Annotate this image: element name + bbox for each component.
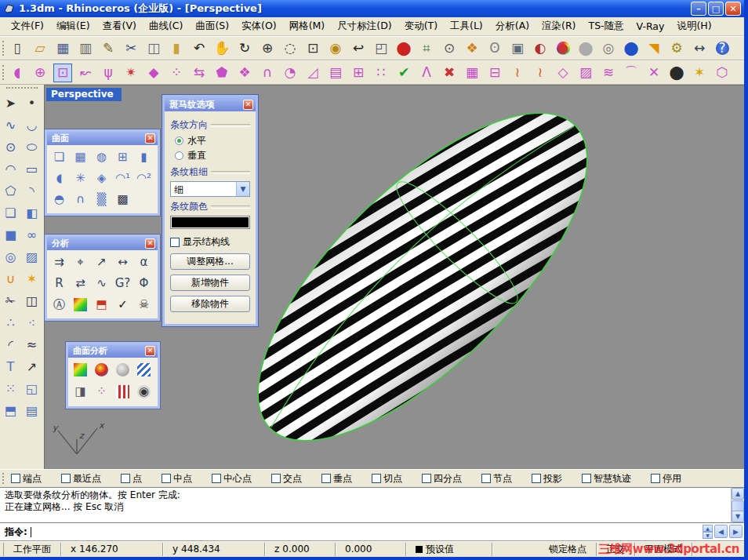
- srf-bend-button[interactable]: ◖: [49, 169, 69, 188]
- menu-transform[interactable]: 变动(T): [398, 18, 444, 35]
- menu-analyze[interactable]: 分析(A): [489, 18, 536, 35]
- next-command-icon[interactable]: ▶: [729, 525, 743, 538]
- export-notes-button[interactable]: ✎: [99, 39, 118, 58]
- show-isocurves-option[interactable]: 显示结构线: [170, 235, 250, 249]
- zebra-dialog-titlebar[interactable]: 斑马纹选项 ✕: [165, 97, 256, 111]
- paste-button[interactable]: ▮: [167, 39, 186, 58]
- osnap-project-checkbox[interactable]: [532, 474, 541, 483]
- help-button[interactable]: ?: [713, 39, 732, 58]
- zoom-in-button[interactable]: ⊕: [258, 39, 277, 58]
- fillet-curve-button[interactable]: ◜: [2, 336, 20, 355]
- copy-objects-button[interactable]: ◱: [23, 380, 42, 398]
- menu-tools[interactable]: 工具(L): [444, 18, 489, 35]
- add-objects-button[interactable]: 新增物件: [170, 275, 250, 291]
- render-preview-car-button[interactable]: ⬤: [394, 39, 413, 58]
- osnap-point[interactable]: 点: [121, 472, 142, 485]
- zoom-window-button[interactable]: ⊡: [303, 39, 322, 58]
- ts-bridge-button[interactable]: ⌒: [622, 64, 641, 82]
- ts-hex-node-button[interactable]: ⬡: [713, 64, 732, 82]
- offset-curve-button[interactable]: ≈: [23, 336, 42, 355]
- ts-flip-sheet-button[interactable]: ◇: [554, 64, 572, 82]
- point-button[interactable]: •: [23, 94, 42, 113]
- command-scrollbar[interactable]: ▲ ▼: [731, 488, 744, 522]
- ts-box-point-button[interactable]: ◆: [144, 64, 163, 82]
- menu-render[interactable]: 渲染(R): [536, 18, 582, 35]
- surface-panel-close-button[interactable]: ✕: [145, 133, 155, 144]
- measure-radius-button[interactable]: R: [49, 274, 69, 293]
- osnap-smarttrack-checkbox[interactable]: [582, 474, 591, 483]
- patch-surface-button[interactable]: ▨: [23, 248, 42, 267]
- layer-preset[interactable]: 预设值: [406, 543, 492, 556]
- area-analysis-button[interactable]: Ⓐ: [49, 295, 69, 315]
- undo-view-button[interactable]: ↩: [349, 39, 368, 58]
- uv-points-button[interactable]: ⁘: [92, 382, 111, 402]
- measure-angle-button[interactable]: α: [134, 253, 154, 272]
- srf-peel-button[interactable]: ◓: [49, 190, 69, 209]
- ts-convert-button[interactable]: ⇆: [190, 64, 209, 82]
- spheres-button[interactable]: ∞: [23, 226, 42, 245]
- environment-sphere-button[interactable]: [113, 360, 133, 380]
- ts-control-points-button[interactable]: ∷: [372, 64, 390, 82]
- move-button[interactable]: ↗: [23, 358, 42, 376]
- red-stripe-roll-button[interactable]: [113, 382, 133, 402]
- osnap-smarttrack[interactable]: 智慧轨迹: [582, 472, 631, 485]
- ts-grid-add-button[interactable]: ⊞: [349, 64, 368, 82]
- ts-pipe-bend-button[interactable]: ◔: [281, 64, 300, 82]
- ts-mesh-sheet-button[interactable]: ▨: [576, 64, 595, 82]
- dimension-tools-button[interactable]: ↔: [690, 39, 709, 58]
- box-button[interactable]: ■: [2, 226, 20, 245]
- srf-soft-edit-button[interactable]: ▒: [92, 190, 111, 209]
- osnap-project[interactable]: 投影: [532, 472, 562, 485]
- direction-vertical-option[interactable]: 垂直: [175, 149, 250, 162]
- extrude-ribs-button[interactable]: ▤: [23, 402, 42, 420]
- ts-branch-pipe-button[interactable]: ψ: [99, 64, 118, 82]
- scroll-up-icon[interactable]: ▲: [732, 488, 744, 500]
- symmetry-check-button[interactable]: Φ: [134, 274, 154, 293]
- lamp-button[interactable]: ʘ: [485, 39, 504, 58]
- render-sphere-button[interactable]: ⬤: [622, 39, 641, 58]
- ts-quad-layout-button[interactable]: ▦: [463, 64, 481, 82]
- osnap-tangent-checkbox[interactable]: [372, 474, 381, 483]
- ellipse-button[interactable]: ⬭: [23, 138, 42, 157]
- combo-dropdown-icon[interactable]: ▼: [236, 182, 249, 196]
- osnap-disable[interactable]: 停用: [651, 472, 681, 485]
- remove-objects-button[interactable]: 移除物件: [170, 296, 250, 312]
- osnap-knot[interactable]: 节点: [481, 472, 512, 485]
- cplane-button[interactable]: 工作平面: [3, 543, 61, 556]
- explode-button[interactable]: ✶: [23, 270, 42, 289]
- camera-snapshot-button[interactable]: ◉: [134, 382, 154, 402]
- osnap-near[interactable]: 最近点: [61, 472, 101, 485]
- osnap-quadrant-checkbox[interactable]: [422, 474, 431, 483]
- control-point-curve-button[interactable]: ∿: [2, 116, 20, 135]
- map-widget-button[interactable]: ⌗: [417, 39, 436, 58]
- menu-help[interactable]: 说明(H): [670, 18, 717, 35]
- boolean-circles-button[interactable]: ∴: [2, 314, 20, 333]
- menu-curve[interactable]: 曲线(C): [143, 18, 189, 35]
- torus-button[interactable]: ◎: [2, 248, 20, 267]
- scroll-down-icon[interactable]: ▼: [732, 511, 744, 522]
- save-file-button[interactable]: ▦: [53, 39, 72, 58]
- mono-sphere-button[interactable]: ⬤: [576, 39, 595, 58]
- measure-length-button[interactable]: ↗: [92, 253, 111, 272]
- interpolate-curve-button[interactable]: ◡: [23, 116, 42, 135]
- measure-distance-button[interactable]: ↔: [113, 253, 133, 272]
- osnap-near-checkbox[interactable]: [61, 474, 71, 483]
- ts-extrude-face-button[interactable]: ⊟: [485, 64, 504, 82]
- ts-pentagon-ball-button[interactable]: ⬟: [212, 64, 231, 82]
- bend-surface-button[interactable]: ◧: [23, 204, 42, 223]
- rotate-view-button[interactable]: ↻: [235, 39, 254, 58]
- srf-corner-points-button[interactable]: ❏: [49, 147, 69, 167]
- thermal-sphere-button[interactable]: [92, 360, 111, 380]
- ts-blob-button[interactable]: ⬤: [667, 64, 686, 82]
- osnap-tangent[interactable]: 切点: [372, 472, 402, 485]
- menu-edit[interactable]: 编辑(E): [50, 18, 96, 35]
- srf-point-grid-button[interactable]: ▦: [71, 147, 90, 167]
- print-button[interactable]: ▥: [76, 39, 95, 58]
- menu-mesh[interactable]: 网格(M): [283, 18, 332, 35]
- analyze-panel-titlebar[interactable]: 分析 ✕: [47, 237, 158, 250]
- srf-drape-button[interactable]: ∩: [71, 190, 90, 209]
- selection-filter-button[interactable]: ❖: [463, 39, 481, 58]
- wire-sphere-button[interactable]: ◎: [599, 39, 618, 58]
- srf-revolve-button[interactable]: ◍: [92, 147, 111, 167]
- vertical-radio[interactable]: [175, 151, 183, 160]
